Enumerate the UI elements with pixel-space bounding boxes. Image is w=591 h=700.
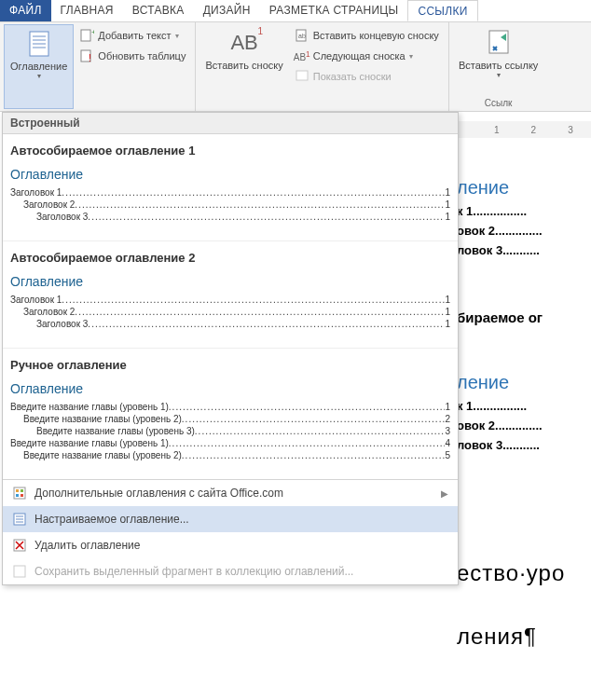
toc-preview-line: Введите название главы (уровень 1)......… [10,438,450,448]
insert-endnote-label: Вставить концевую сноску [313,30,439,41]
insert-footnote-button[interactable]: AB 1 Вставить сноску [199,24,288,109]
group-citations: Вставить ссылку ▾ Ссылк [449,22,547,111]
endnote-icon: ab [295,28,309,43]
update-table-button[interactable]: ! Обновить таблицу [76,47,189,65]
office-icon [12,486,27,501]
toc-preview-line: Заголовок 3.............................… [10,212,450,222]
citation-icon [484,28,514,58]
tab-home[interactable]: ГЛАВНАЯ [51,0,123,21]
update-table-icon: ! [79,48,94,63]
save-selection-button: Сохранить выделенный фрагмент в коллекци… [3,558,458,584]
toc-preview-line: Заголовок 2.............................… [10,307,450,317]
ruler: 1 2 3 [457,121,591,138]
group-links-label: Ссылк [453,97,543,109]
toc-preview-line: Заголовок 1.............................… [10,187,450,198]
group-toc: Оглавление ▾ + Добавить текст ▾ ! Обнови… [0,22,196,111]
toc-preview-line: Введите название главы (уровень 3)......… [10,426,450,436]
tab-design[interactable]: ДИЗАЙН [194,0,260,21]
tab-references[interactable]: ССЫЛКИ [407,0,477,21]
tab-page-layout[interactable]: РАЗМЕТКА СТРАНИЦЫ [260,0,408,21]
toc-icon [24,29,54,59]
insert-citation-label: Вставить ссылку [459,60,538,71]
remove-toc-icon [12,538,27,553]
doc-heading: ление [457,177,591,199]
show-notes-icon [295,69,309,84]
chevron-right-icon: ▶ [441,488,448,499]
insert-endnote-button[interactable]: ab Вставить концевую сноску [291,26,443,45]
ruler-mark: 3 [568,125,573,135]
more-toc-office-button[interactable]: Дополнительные оглавления с сайта Office… [3,480,458,506]
svg-rect-14 [16,489,19,492]
svg-rect-16 [16,494,19,497]
gallery-item-title: Ручное оглавление [10,358,450,372]
next-footnote-button[interactable]: AB1 Следующая сноска ▾ [291,47,443,65]
save-selection-icon [12,564,27,579]
svg-rect-25 [14,566,25,577]
svg-rect-11 [296,71,308,80]
doc-heading: ление [457,372,591,393]
gallery-item-auto-toc-2[interactable]: Автособираемое оглавление 2 Оглавление З… [3,241,458,349]
add-text-icon: + [79,28,94,43]
toc-button[interactable]: Оглавление ▾ [4,24,74,109]
svg-rect-5 [81,30,90,41]
toc-preview-line: Введите название главы (уровень 2)......… [10,414,450,424]
ruler-mark: 1 [494,125,500,135]
menu-label: Дополнительные оглавления с сайта Office… [34,487,283,500]
group-footnotes: AB 1 Вставить сноску ab Вставить концеву… [196,22,448,111]
custom-toc-icon [12,512,27,527]
toc-preview-line: Введите название главы (уровень 1)......… [10,402,450,412]
svg-rect-13 [14,487,25,499]
tab-file[interactable]: ФАЙЛ [0,0,51,21]
add-text-button[interactable]: + Добавить текст ▾ [76,26,189,45]
add-text-label: Добавить текст [98,30,171,41]
show-notes-label: Показать сноски [313,71,392,82]
doc-toc-line: ловок 3........... [457,243,591,257]
toc-preview-line: Введите название главы (уровень 2)......… [10,450,450,460]
svg-rect-12 [489,31,508,53]
toc-preview-heading: Оглавление [10,381,450,396]
toc-preview-heading: Оглавление [10,274,450,289]
doc-toc-line: ловок 3........... [457,438,591,452]
custom-toc-button[interactable]: Настраиваемое оглавление... [3,506,458,532]
ribbon-tabs: ФАЙЛ ГЛАВНАЯ ВСТАВКА ДИЗАЙН РАЗМЕТКА СТР… [0,0,591,22]
toc-preview-line: Заголовок 2.............................… [10,199,450,210]
svg-text:ab: ab [298,33,306,39]
gallery-item-manual-toc[interactable]: Ручное оглавление Оглавление Введите наз… [3,349,458,480]
footnote-icon: AB 1 [229,28,259,58]
gallery-header: Встроенный [3,113,458,134]
gallery-item-title: Автособираемое оглавление 2 [10,251,450,265]
menu-label: Сохранить выделенный фрагмент в коллекци… [34,565,353,578]
doc-toc-line: овок 2.............. [457,419,591,432]
menu-label: Настраиваемое оглавление... [34,513,189,526]
svg-rect-15 [21,489,23,492]
update-table-label: Обновить таблицу [98,50,186,62]
dropdown-arrow-icon: ▾ [175,32,179,40]
tab-insert[interactable]: ВСТАВКА [123,0,194,21]
doc-toc-line: к 1................ [457,399,591,413]
doc-body-text: ления¶ [457,624,591,650]
gallery-item-title: Автособираемое оглавление 1 [10,144,450,158]
ribbon: Оглавление ▾ + Добавить текст ▾ ! Обнови… [0,22,591,112]
show-notes-button[interactable]: Показать сноски [291,67,443,86]
next-footnote-icon: AB1 [295,48,309,63]
dropdown-arrow-icon: ▾ [409,52,413,61]
doc-toc-line: к 1................ [457,204,591,218]
svg-rect-17 [21,494,23,497]
next-footnote-label: Следующая сноска [313,50,405,62]
toc-preview-line: Заголовок 3.............................… [10,319,450,329]
insert-footnote-label: Вставить сноску [205,60,282,71]
svg-text:+: + [91,28,94,36]
toc-preview-line: Заголовок 1.............................… [10,295,450,305]
remove-toc-button[interactable]: Удалить оглавление [3,532,458,558]
doc-body-text: ество·уро [457,560,591,586]
ruler-mark: 2 [531,125,537,135]
dropdown-arrow-icon: ▾ [37,72,41,80]
menu-label: Удалить оглавление [34,539,140,552]
doc-toc-line: овок 2.............. [457,224,591,238]
toc-preview-heading: Оглавление [10,167,450,182]
doc-heading: бираемое ог [457,309,591,325]
document-area: 1 2 3 ление к 1................ овок 2..… [457,130,591,650]
insert-citation-button[interactable]: Вставить ссылку ▾ [453,24,543,97]
toc-gallery-dropdown: Встроенный Автособираемое оглавление 1 О… [2,112,459,585]
gallery-item-auto-toc-1[interactable]: Автособираемое оглавление 1 Оглавление З… [3,134,458,241]
